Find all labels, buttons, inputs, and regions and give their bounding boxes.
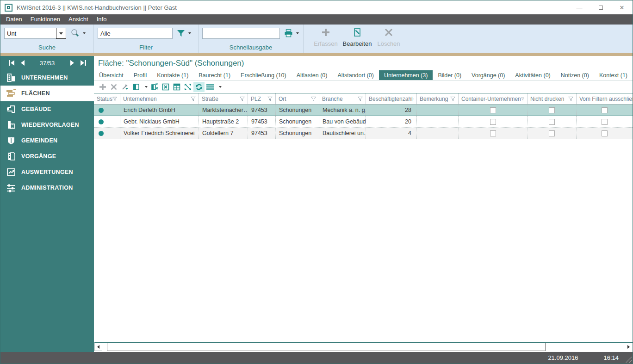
column-header-bemerkung[interactable]: Bemerkung [417,93,459,104]
search-dropdown-button[interactable] [56,28,66,39]
menu-icon[interactable] [205,82,216,92]
printer-icon[interactable] [284,29,293,37]
choose-columns-icon[interactable] [130,82,142,92]
container-unternehmen-checkbox[interactable] [490,119,496,125]
vom-filtern-cell [577,105,633,116]
sidebar-item-wiedervorlagen[interactable]: WIEDERVORLAGEN [0,117,94,133]
scrollbar-thumb[interactable] [107,343,546,351]
bearbeiten-button[interactable]: Bearbeiten [341,26,373,53]
menu-funktionen[interactable]: Funktionen [26,14,64,25]
tab-uebersicht[interactable]: Übersicht [94,70,129,80]
column-header-branche[interactable]: Branche [319,93,366,104]
sidebar-item-administration[interactable]: ADMINISTRATION [0,180,94,196]
plz-cell: 97453 [248,128,276,139]
sidebar-item-unternehmen[interactable]: UNTERNEHMEN [0,70,94,86]
beschaeftigte-cell: 28 [366,105,417,116]
sliders-icon [6,183,17,193]
tab-kontext[interactable]: Kontext (1) [594,70,633,80]
tab-baurecht[interactable]: Baurecht (1) [193,70,236,80]
tab-erschliessung[interactable]: Erschließung (10) [236,70,292,80]
strasse-cell: Marktsteinacher… [199,105,248,116]
menu-ansicht[interactable]: Ansicht [64,14,93,25]
column-header-vom-filtern[interactable]: Vom Filtern ausschließen [577,93,633,104]
previous-record-button[interactable] [17,58,28,68]
nicht-drucken-checkbox[interactable] [549,130,555,136]
column-header-strasse[interactable]: Straße [199,93,248,104]
tab-altlasten[interactable]: Altlasten (0) [292,70,333,80]
fit-columns-icon[interactable] [182,82,193,92]
export-excel-icon[interactable] [160,82,171,92]
table-layout-icon[interactable] [171,82,182,92]
vom-filtern-cell [577,116,633,127]
menu-caret[interactable] [219,86,222,88]
sidebar-item-auswertungen[interactable]: AUSWERTUNGEN [0,164,94,180]
close-button[interactable]: ✕ [611,0,633,14]
refresh-icon[interactable] [193,82,205,92]
quick-output-caret[interactable] [296,32,299,34]
companies-icon [6,73,17,83]
last-record-button[interactable] [77,58,88,68]
choose-columns-caret[interactable] [145,86,148,88]
nicht-drucken-checkbox[interactable] [549,107,555,113]
strasse-cell: Hauptstraße 2 [199,116,248,127]
unternehmen-cell: Gebr. Nicklaus GmbH [120,116,199,127]
vom-filtern-checkbox[interactable] [602,119,608,125]
resize-grip[interactable] [626,357,632,363]
search-options-caret[interactable] [83,32,86,34]
column-header-plz[interactable]: PLZ [248,93,276,104]
tab-vorgaenge[interactable]: Vorgänge (0) [466,70,510,80]
tab-altstandort[interactable]: Altstandort (0) [332,70,379,80]
menu-daten[interactable]: Daten [2,14,26,25]
quick-output-input[interactable] [202,28,280,39]
sidebar-item-gemeinden[interactable]: GEMEINDEN [0,133,94,148]
vom-filtern-checkbox[interactable] [602,130,608,136]
scroll-right-button[interactable] [625,343,633,351]
scroll-left-button[interactable] [94,343,102,351]
tab-profil[interactable]: Profil [129,70,152,80]
filter-options-caret[interactable] [188,32,191,34]
filter-input[interactable] [98,28,173,39]
delete-icon[interactable] [108,82,119,92]
maximize-button[interactable] [590,0,611,14]
tab-bilder[interactable]: Bilder (0) [433,70,466,80]
remove-column-icon[interactable] [149,82,160,92]
tab-notizen[interactable]: Notizen (0) [556,70,594,80]
table-row[interactable]: Volker Friedrich Schreinerei Goldellern … [94,128,633,139]
search-group: Suche [0,25,94,53]
column-header-ort[interactable]: Ort [276,93,319,104]
search-input[interactable] [4,28,56,39]
tab-aktivitaeten[interactable]: Aktivitäten (0) [510,70,555,80]
filter-funnel-icon[interactable] [177,29,185,37]
minimize-button[interactable]: — [569,0,590,14]
menu-info[interactable]: Info [93,14,111,25]
column-header-unternehmen[interactable]: Unternehmen [120,93,199,104]
tab-kontakte[interactable]: Kontakte (1) [152,70,193,80]
container-unternehmen-checkbox[interactable] [490,107,496,113]
add-icon[interactable] [97,82,108,92]
column-header-container-unternehmen[interactable]: Container-Unternehmen [459,93,528,104]
filter-funnel-icon [267,97,273,101]
column-header-status[interactable]: Status [94,93,120,104]
filter-funnel-icon [568,97,573,101]
next-record-button[interactable] [66,58,77,68]
sidebar-item-gebaeude[interactable]: GEBÄUDE [0,101,94,117]
clear-sort-icon[interactable] [119,82,130,92]
search-icon[interactable] [70,29,80,38]
column-header-beschaeftigtenzahl[interactable]: Beschäftigtenzahl [366,93,417,104]
table-row[interactable]: Gebr. Nicklaus GmbH Hauptstraße 2 97453 … [94,116,633,128]
filter-funnel-icon [521,97,524,101]
loeschen-button[interactable]: Löschen [373,26,404,53]
branche-cell: Bautischlerei un… [319,128,366,139]
sidebar-item-flaechen[interactable]: FLÄCHEN [0,86,94,101]
tab-unternehmen[interactable]: Unternehmen (3) [379,70,433,80]
first-record-button[interactable] [6,58,17,68]
nicht-drucken-checkbox[interactable] [549,119,555,125]
sidebar-item-vorgaenge[interactable]: VORGÄNGE [0,148,94,164]
nicht-drucken-cell [528,128,577,139]
vom-filtern-checkbox[interactable] [602,107,608,113]
erfassen-button[interactable]: Erfassen [310,26,341,53]
table-row[interactable]: Erich Derleth GmbH Marktsteinacher… 9745… [94,105,633,116]
container-unternehmen-checkbox[interactable] [490,130,496,136]
scrollbar-track[interactable] [102,343,625,351]
column-header-nicht-drucken[interactable]: Nicht drucken [528,93,577,104]
